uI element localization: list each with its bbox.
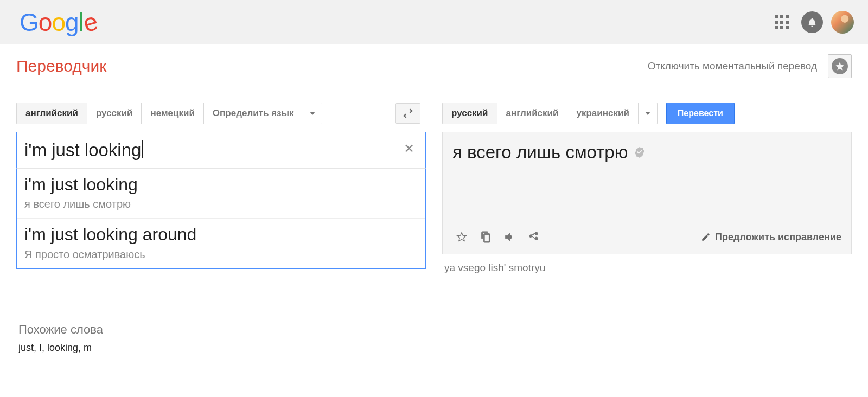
- suggest-edit-label: Предложить исправление: [715, 232, 841, 243]
- apps-icon[interactable]: [770, 11, 793, 34]
- listen-translation-button[interactable]: [500, 228, 519, 246]
- chevron-down-icon: [310, 112, 315, 115]
- copy-translation-button[interactable]: [476, 228, 495, 246]
- suggestion-translation: я всего лишь смотрю: [24, 198, 418, 210]
- suggestion-translation: Я просто осматриваюсь: [24, 248, 418, 261]
- source-lang-tab-0[interactable]: английский: [17, 103, 87, 124]
- suggestion-item-0[interactable]: i'm just looking я всего лишь смотрю: [17, 169, 425, 219]
- tab-label: русский: [96, 108, 133, 119]
- tab-label: английский: [506, 108, 559, 119]
- pencil-icon: [701, 232, 711, 242]
- star-outline-icon: [456, 231, 468, 243]
- save-translation-button[interactable]: [452, 228, 471, 246]
- swap-icon: [402, 107, 414, 119]
- translation-text[interactable]: я всего лишь смотрю: [452, 142, 628, 163]
- suggestions-dropdown: i'm just looking я всего лишь смотрю i'm…: [16, 168, 426, 269]
- source-column: английский русский немецкий Определить я…: [16, 103, 437, 274]
- suggestion-item-1[interactable]: i'm just looking around Я просто осматри…: [17, 219, 425, 268]
- suggest-edit-button[interactable]: Предложить исправление: [701, 232, 841, 243]
- share-translation-button[interactable]: [524, 228, 542, 246]
- source-input-stack: i'm just looking ✕ i'm just looking я вс…: [16, 132, 426, 269]
- speaker-icon: [503, 231, 515, 243]
- source-lang-tab-2[interactable]: немецкий: [142, 103, 203, 124]
- account-avatar[interactable]: [831, 11, 854, 34]
- google-bar: Google: [0, 0, 868, 44]
- source-lang-tab-1[interactable]: русский: [87, 103, 142, 124]
- related-heading: Похожие слова: [18, 323, 852, 337]
- app-titlebar: Переводчик Отключить моментальный перево…: [0, 44, 868, 88]
- tab-label: Определить язык: [213, 108, 294, 119]
- copy-icon: [480, 231, 492, 243]
- tab-label: украинский: [576, 108, 629, 119]
- target-column: русский английский украинский Перевести …: [437, 103, 852, 274]
- app-title[interactable]: Переводчик: [16, 57, 106, 75]
- text-cursor: [142, 140, 143, 158]
- phrasebook-button[interactable]: [828, 54, 852, 78]
- star-icon: [832, 58, 848, 74]
- instant-translate-toggle[interactable]: Отключить моментальный перевод: [648, 60, 817, 72]
- target-lang-dropdown[interactable]: [639, 103, 657, 124]
- related-words[interactable]: just, I, looking, m: [18, 342, 852, 354]
- source-lang-tab-detect[interactable]: Определить язык: [204, 103, 303, 124]
- swap-languages-button[interactable]: [395, 103, 420, 124]
- notifications-icon[interactable]: [801, 11, 824, 34]
- target-lang-tab-0[interactable]: русский: [443, 103, 497, 124]
- transliteration[interactable]: ya vsego lish' smotryu: [442, 262, 852, 274]
- related-section: Похожие слова just, I, looking, m: [0, 274, 868, 370]
- avatar: [831, 11, 854, 34]
- tab-label: немецкий: [150, 108, 194, 119]
- share-icon: [527, 231, 539, 243]
- tab-label: английский: [25, 108, 78, 119]
- source-input[interactable]: i'm just looking ✕: [16, 132, 426, 168]
- tab-label: русский: [451, 108, 488, 119]
- source-lang-dropdown[interactable]: [303, 103, 322, 124]
- source-lang-tabs: английский русский немецкий Определить я…: [16, 103, 322, 124]
- target-lang-tab-2[interactable]: украинский: [567, 103, 638, 124]
- google-logo[interactable]: Google: [20, 8, 97, 37]
- source-lang-row: английский русский немецкий Определить я…: [16, 103, 426, 124]
- close-icon: ✕: [404, 141, 414, 156]
- suggestion-text: i'm just looking: [24, 174, 418, 195]
- translate-button[interactable]: Перевести: [666, 103, 735, 124]
- chevron-down-icon: [645, 112, 650, 115]
- target-lang-tab-1[interactable]: английский: [497, 103, 568, 124]
- source-input-text: i'm just looking: [24, 140, 141, 160]
- suggestion-text: i'm just looking around: [24, 224, 418, 245]
- translation-output: я всего лишь смотрю: [442, 132, 852, 254]
- translate-columns: английский русский немецкий Определить я…: [0, 88, 868, 274]
- output-toolbar: Предложить исправление: [452, 228, 841, 246]
- target-lang-tabs: русский английский украинский: [442, 103, 658, 124]
- target-lang-row: русский английский украинский Перевести: [442, 103, 852, 124]
- verified-icon: [633, 146, 646, 159]
- clear-input-button[interactable]: ✕: [399, 139, 419, 158]
